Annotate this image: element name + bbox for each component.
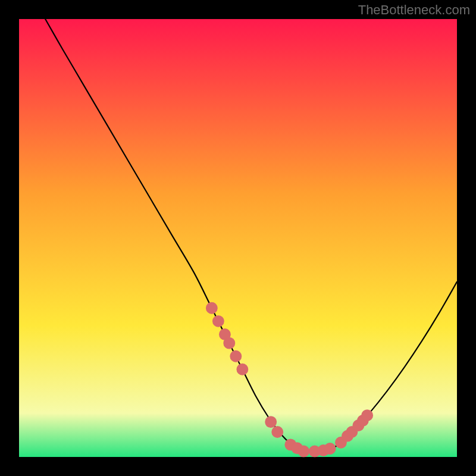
highlight-dot bbox=[236, 364, 248, 375]
plot-background bbox=[19, 19, 457, 457]
highlight-dot bbox=[265, 416, 277, 428]
highlight-dot bbox=[361, 409, 373, 421]
highlight-dot bbox=[206, 302, 218, 314]
highlight-dot bbox=[298, 445, 309, 457]
highlight-dot bbox=[212, 315, 224, 327]
watermark-text: TheBottleneck.com bbox=[358, 2, 470, 18]
bottleneck-chart: TheBottleneck.com bbox=[0, 0, 476, 476]
highlight-dot bbox=[324, 443, 336, 455]
chart-svg bbox=[0, 0, 476, 476]
highlight-dot bbox=[223, 337, 235, 349]
highlight-dot bbox=[230, 350, 242, 362]
highlight-dot bbox=[271, 426, 283, 438]
